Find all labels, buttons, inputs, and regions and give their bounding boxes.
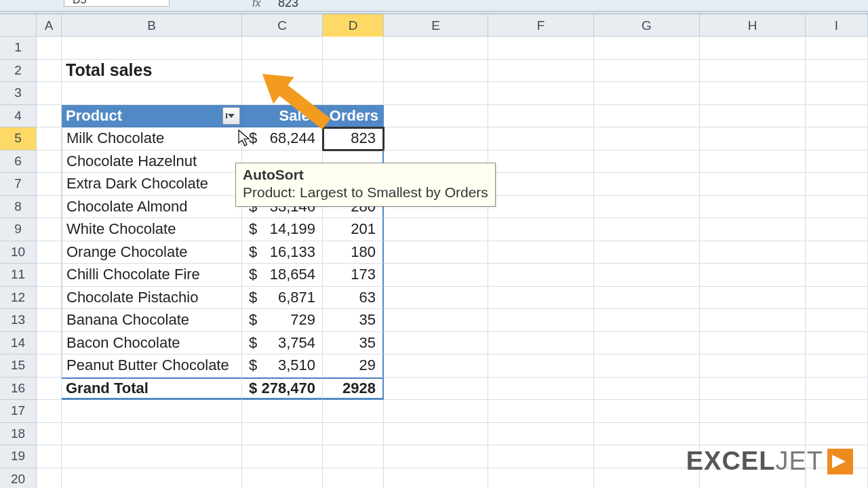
cell[interactable] xyxy=(700,196,806,219)
cell[interactable] xyxy=(488,423,594,446)
cell[interactable] xyxy=(384,400,488,423)
pivot-product-cell[interactable]: White Chocolate xyxy=(62,218,242,241)
cell[interactable] xyxy=(700,218,806,241)
cell[interactable] xyxy=(62,445,242,468)
pivot-product-cell[interactable]: Orange Chocolate xyxy=(62,241,242,264)
cell[interactable] xyxy=(700,287,806,310)
cell[interactable] xyxy=(806,127,868,150)
cell[interactable] xyxy=(700,241,806,264)
row-headers[interactable]: 1234567891011121314151617181920 xyxy=(0,37,37,488)
cell[interactable] xyxy=(37,264,62,287)
cell[interactable] xyxy=(594,105,700,128)
pivot-product-cell[interactable]: Milk Chocolate xyxy=(62,127,242,150)
cell[interactable] xyxy=(700,82,806,105)
cell[interactable] xyxy=(806,196,868,219)
cell[interactable] xyxy=(37,37,62,60)
cell[interactable] xyxy=(242,37,323,60)
select-all-corner[interactable] xyxy=(0,14,37,37)
cell[interactable] xyxy=(242,468,323,489)
cell[interactable] xyxy=(37,400,62,423)
cell[interactable] xyxy=(37,150,62,174)
pivot-sales-cell[interactable]: $729 xyxy=(242,309,323,332)
cell[interactable] xyxy=(700,378,806,401)
row-header-7[interactable]: 7 xyxy=(0,173,36,196)
cell[interactable] xyxy=(594,218,700,241)
col-header-A[interactable]: A xyxy=(37,14,62,37)
pivot-grand-orders[interactable]: 2928 xyxy=(323,378,384,401)
cell[interactable] xyxy=(242,400,323,423)
cell[interactable] xyxy=(488,60,594,83)
cell[interactable] xyxy=(700,37,806,60)
cell[interactable] xyxy=(700,105,806,128)
cell[interactable] xyxy=(37,354,62,378)
cell[interactable] xyxy=(700,264,806,287)
cell[interactable] xyxy=(488,127,594,150)
row-header-13[interactable]: 13 xyxy=(0,309,36,332)
cell-area[interactable]: Total sales Product Sales Ord xyxy=(37,37,868,488)
pivot-orders-cell[interactable]: 201 xyxy=(323,218,384,241)
cell[interactable] xyxy=(806,309,868,332)
pivot-product-cell[interactable]: Chilli Chocolate Fire xyxy=(62,264,242,287)
pivot-product-cell[interactable]: Extra Dark Chocolate xyxy=(62,173,242,196)
cell[interactable] xyxy=(488,218,594,241)
cell[interactable] xyxy=(488,196,594,219)
cell[interactable] xyxy=(594,423,700,446)
cell[interactable] xyxy=(37,105,62,128)
cell[interactable] xyxy=(806,264,868,287)
cell[interactable] xyxy=(384,445,488,468)
row-header-20[interactable]: 20 xyxy=(0,468,36,489)
row-header-1[interactable]: 1 xyxy=(0,37,36,60)
cell[interactable] xyxy=(488,150,594,174)
cell[interactable] xyxy=(242,423,323,446)
cell[interactable] xyxy=(700,60,806,83)
pivot-orders-cell[interactable]: 180 xyxy=(323,241,384,264)
cell[interactable] xyxy=(700,400,806,423)
row-header-18[interactable]: 18 xyxy=(0,423,36,446)
cell[interactable] xyxy=(488,400,594,423)
cell[interactable] xyxy=(384,332,488,355)
col-header-C[interactable]: C xyxy=(242,14,323,37)
cell[interactable] xyxy=(37,196,62,219)
cell[interactable] xyxy=(384,264,488,287)
cell[interactable] xyxy=(384,287,488,310)
cell[interactable] xyxy=(37,423,62,446)
pivot-orders-cell[interactable]: 173 xyxy=(323,264,384,287)
cell[interactable] xyxy=(323,37,384,60)
cell[interactable] xyxy=(37,241,62,264)
col-header-I[interactable]: I xyxy=(806,14,868,37)
cell[interactable] xyxy=(62,82,242,105)
pivot-sales-cell[interactable]: $3,754 xyxy=(242,332,323,355)
cell[interactable] xyxy=(806,378,868,401)
cell[interactable] xyxy=(384,82,488,105)
row-header-2[interactable]: 2 xyxy=(0,60,36,83)
cell[interactable] xyxy=(62,423,242,446)
cell[interactable] xyxy=(384,354,488,378)
col-header-B[interactable]: B xyxy=(62,14,242,37)
name-box[interactable]: D5 xyxy=(64,0,170,7)
cell[interactable] xyxy=(488,241,594,264)
cell[interactable] xyxy=(806,150,868,174)
title-cell[interactable]: Total sales xyxy=(62,60,242,83)
col-header-D[interactable]: D xyxy=(323,14,384,37)
cell[interactable] xyxy=(806,332,868,355)
cell[interactable] xyxy=(488,37,594,60)
pivot-orders-cell[interactable]: 35 xyxy=(323,309,384,332)
row-header-11[interactable]: 11 xyxy=(0,264,36,287)
cell[interactable] xyxy=(384,241,488,264)
pivot-product-cell[interactable]: Bacon Chocolate xyxy=(62,332,242,355)
cell[interactable] xyxy=(62,400,242,423)
cell[interactable] xyxy=(806,60,868,83)
cell[interactable] xyxy=(806,241,868,264)
cell[interactable] xyxy=(700,354,806,378)
cell[interactable] xyxy=(37,127,62,150)
cell[interactable] xyxy=(806,105,868,128)
row-header-15[interactable]: 15 xyxy=(0,354,36,378)
pivot-product-cell[interactable]: Peanut Butter Chocolate xyxy=(62,354,242,378)
pivot-sales-cell[interactable]: $14,199 xyxy=(242,218,323,241)
cell[interactable] xyxy=(594,309,700,332)
cell[interactable] xyxy=(323,423,384,446)
cell[interactable] xyxy=(488,82,594,105)
cell[interactable] xyxy=(384,105,488,128)
cell[interactable] xyxy=(37,60,62,83)
col-header-H[interactable]: H xyxy=(700,14,806,37)
